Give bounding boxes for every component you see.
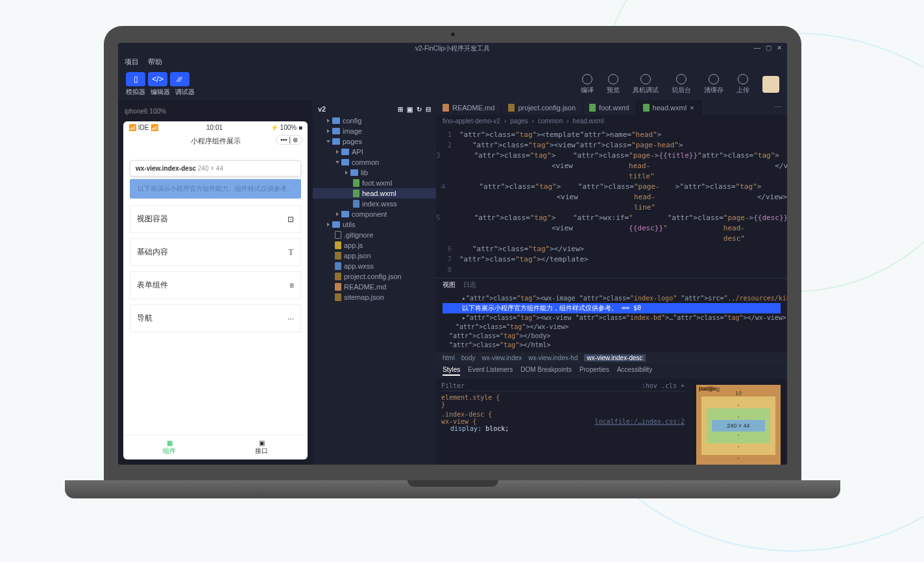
file-item[interactable]: app.json [313, 250, 436, 261]
tab-dom[interactable]: 视图 [443, 280, 456, 289]
file-icon [335, 283, 341, 291]
new-file-icon[interactable]: ⊞ [398, 106, 403, 113]
list-item[interactable]: 基础内容𝕋 [130, 238, 301, 266]
styles-tab[interactable]: DOM Breakpoints [520, 366, 572, 376]
clear-cache-button[interactable]: 清缓存 [704, 74, 723, 95]
dom-crumb-item[interactable]: body [461, 354, 476, 361]
close-icon[interactable]: ✕ [777, 44, 782, 51]
folder-item[interactable]: pages [313, 136, 436, 147]
folder-item[interactable]: utils [313, 219, 436, 230]
file-icon [335, 262, 341, 270]
close-tab-icon[interactable]: × [690, 104, 694, 112]
card-icon: ⊡ [287, 215, 294, 224]
file-item[interactable]: README.md [313, 282, 436, 292]
styles-tab[interactable]: Properties [579, 366, 609, 376]
folder-item[interactable]: image [313, 126, 436, 136]
folder-item[interactable]: component [313, 209, 436, 219]
crumb-segment[interactable]: head.wxml [573, 117, 604, 125]
code-editor[interactable]: 1"attr">class="tag"><template "attr">nam… [436, 127, 787, 278]
file-item[interactable]: sitemap.json [313, 292, 436, 302]
styles-tab[interactable]: Styles [443, 366, 460, 376]
folder-item[interactable]: config [313, 116, 436, 126]
carrier-label: 📶 IDE 📶 [128, 124, 158, 131]
capsule-button[interactable]: ••• | ⊗ [276, 135, 302, 145]
file-icon [335, 252, 341, 260]
menu-project[interactable]: 项目 [125, 57, 139, 67]
dom-crumb-item[interactable]: html [443, 354, 455, 361]
dom-node[interactable]: ▸"attr">class="tag"><wx-view "attr">clas… [443, 313, 781, 323]
tree-root[interactable]: v2 ⊞ ▣ ↻ ⊟ [313, 103, 436, 116]
dom-tree[interactable]: ▸"attr">class="tag"><wx-image "attr">cla… [436, 291, 787, 352]
dom-crumb-item[interactable]: wx-view.index-desc [584, 354, 645, 361]
editor-tab[interactable]: foot.wxml [583, 100, 636, 115]
debugger-pill[interactable]: ⫻ [170, 72, 189, 86]
list-item[interactable]: 导航··· [130, 304, 301, 332]
editor-tab[interactable]: head.wxml× [637, 100, 701, 115]
upload-button[interactable]: 上传 [736, 74, 749, 95]
new-folder-icon[interactable]: ▣ [407, 106, 413, 113]
dom-node[interactable]: ▸"attr">class="tag"><wx-image "attr">cla… [443, 294, 781, 303]
file-item[interactable]: app.js [313, 240, 436, 250]
editor-tab[interactable]: project.config.json [502, 100, 583, 115]
collapse-icon[interactable]: ⊟ [426, 106, 431, 113]
user-avatar[interactable] [762, 76, 779, 93]
tab-log[interactable]: 日志 [463, 280, 476, 289]
simulator-pill[interactable]: ▯ [126, 72, 145, 86]
device-label[interactable]: iphone6 100% [123, 105, 308, 117]
crumb-segment[interactable]: fino-applet-demo-v2 [443, 117, 500, 125]
editor-tab[interactable]: README.md [436, 100, 502, 115]
list-item[interactable]: 视图容器⊡ [130, 205, 301, 233]
dom-crumb-item[interactable]: wx-view.index [482, 354, 522, 361]
menu-help[interactable]: 帮助 [148, 57, 162, 67]
compile-button[interactable]: 编译 [581, 74, 594, 95]
file-item[interactable]: .gitignore [313, 230, 436, 240]
file-item[interactable]: project.config.json [313, 271, 436, 282]
phone-tabbar: ▦组件 ▣接口 [123, 435, 308, 459]
main-split: iphone6 100% 📶 IDE 📶 10:01 ⚡ 100% ■ 小程序组… [118, 100, 787, 465]
highlighted-element[interactable]: 以下将演示小程序官方组件能力。组件样式仅供参考。 [130, 179, 301, 199]
dom-node[interactable]: 以下将展示小程序官方组件能力，组件样式仅供参考。 == $0 [443, 303, 781, 313]
editor-pane: README.mdproject.config.jsonfoot.wxmlhea… [436, 100, 787, 465]
breadcrumb[interactable]: fino-applet-demo-v2›pages›common›head.wx… [436, 115, 787, 127]
dom-node[interactable]: "attr">class="tag"></body> [443, 332, 781, 341]
line-number: 6 [436, 244, 459, 254]
item-label: project.config.json [344, 273, 402, 280]
styles-tab[interactable]: Event Listeners [468, 366, 513, 376]
chevron-icon [335, 161, 339, 164]
list-item[interactable]: 表单组件≡ [130, 271, 301, 299]
folder-item[interactable]: common [313, 157, 436, 167]
editor-pill[interactable]: </> [148, 72, 167, 86]
preview-button[interactable]: 预览 [607, 74, 620, 95]
minimize-icon[interactable]: — [754, 44, 760, 51]
tab-api[interactable]: ▣接口 [215, 435, 308, 459]
folder-item[interactable]: API [313, 147, 436, 157]
dom-crumb-item[interactable]: wx-view.index-hd [528, 354, 578, 361]
tab-overflow[interactable]: ⋯ [770, 100, 787, 115]
remote-debug-button[interactable]: 真机调试 [633, 74, 659, 95]
file-item[interactable]: index.wxss [313, 199, 436, 209]
file-icon [353, 179, 359, 187]
filter-controls[interactable]: :hov .cls + [642, 382, 685, 389]
component-list: 视图容器⊡ 基础内容𝕋 表单组件≡ 导航··· [123, 199, 308, 339]
crumb-segment[interactable]: common [538, 117, 563, 125]
file-item[interactable]: app.wxss [313, 261, 436, 271]
dom-node[interactable]: "attr">class="tag"></wx-view> [443, 323, 781, 332]
dom-breadcrumb[interactable]: htmlbodywx-view.indexwx-view.index-hdwx-… [436, 352, 787, 363]
styles-rules[interactable]: Filter :hov .cls + element.style {}.inde… [436, 378, 690, 465]
styles-tab[interactable]: Accessibility [617, 366, 652, 376]
folder-item[interactable]: lib [313, 167, 436, 178]
file-item[interactable]: head.wxml [313, 188, 436, 199]
devtools-panel: 视图 日志 ▸"attr">class="tag"><wx-image "att… [436, 278, 787, 465]
file-item[interactable]: foot.wxml [313, 178, 436, 188]
window-controls[interactable]: — ▢ ✕ [754, 44, 782, 51]
maximize-icon[interactable]: ▢ [766, 44, 772, 51]
line-number: 7 [436, 254, 459, 265]
dom-node[interactable]: "attr">class="tag"></html> [443, 341, 781, 350]
title-bar: v2-FinClip小程序开发工具 — ▢ ✕ [118, 43, 787, 55]
chevron-icon [336, 150, 339, 154]
filter-input[interactable]: Filter [441, 382, 465, 389]
tab-components[interactable]: ▦组件 [123, 435, 215, 459]
crumb-segment[interactable]: pages [510, 117, 528, 125]
refresh-icon[interactable]: ↻ [417, 106, 422, 113]
background-button[interactable]: 切后台 [672, 74, 691, 95]
